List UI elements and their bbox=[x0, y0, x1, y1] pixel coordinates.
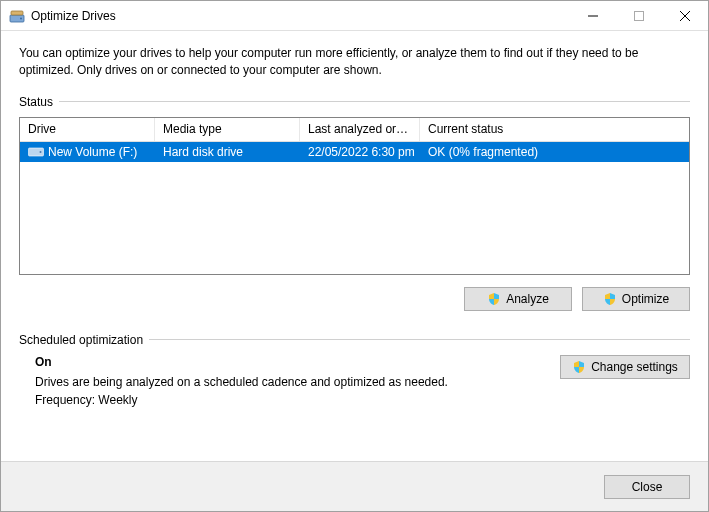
table-row[interactable]: New Volume (F:) Hard disk drive 22/05/20… bbox=[20, 142, 689, 162]
table-body: New Volume (F:) Hard disk drive 22/05/20… bbox=[20, 142, 689, 274]
cell-drive-text: New Volume (F:) bbox=[48, 145, 137, 159]
svg-point-2 bbox=[20, 17, 22, 19]
action-buttons: Analyze Optimize bbox=[19, 287, 690, 311]
maximize-button bbox=[616, 1, 662, 30]
shield-icon bbox=[603, 292, 617, 306]
content-area: You can optimize your drives to help you… bbox=[1, 31, 708, 461]
close-label: Close bbox=[632, 480, 663, 494]
cell-status: OK (0% fragmented) bbox=[420, 143, 689, 161]
col-header-drive[interactable]: Drive bbox=[20, 118, 155, 141]
divider bbox=[59, 101, 690, 102]
minimize-button[interactable] bbox=[570, 1, 616, 30]
col-header-status[interactable]: Current status bbox=[420, 118, 689, 141]
col-header-last[interactable]: Last analyzed or o... bbox=[300, 118, 420, 141]
divider bbox=[149, 339, 690, 340]
change-settings-label: Change settings bbox=[591, 360, 678, 374]
cell-media: Hard disk drive bbox=[155, 143, 300, 161]
app-icon bbox=[9, 8, 25, 24]
cell-last: 22/05/2022 6:30 pm bbox=[300, 143, 420, 161]
status-section-label: Status bbox=[19, 95, 690, 109]
titlebar: Optimize Drives bbox=[1, 1, 708, 31]
schedule-state: On bbox=[35, 355, 560, 369]
intro-text: You can optimize your drives to help you… bbox=[19, 45, 690, 79]
svg-rect-1 bbox=[11, 11, 23, 15]
close-dialog-button[interactable]: Close bbox=[604, 475, 690, 499]
footer: Close bbox=[1, 461, 708, 511]
drives-table: Drive Media type Last analyzed or o... C… bbox=[19, 117, 690, 275]
shield-icon bbox=[487, 292, 501, 306]
schedule-label-text: Scheduled optimization bbox=[19, 333, 143, 347]
optimize-drives-window: Optimize Drives You can optimize your dr… bbox=[0, 0, 709, 512]
window-controls bbox=[570, 1, 708, 30]
col-header-media[interactable]: Media type bbox=[155, 118, 300, 141]
svg-rect-4 bbox=[635, 11, 644, 20]
change-settings-button[interactable]: Change settings bbox=[560, 355, 690, 379]
shield-icon bbox=[572, 360, 586, 374]
close-button[interactable] bbox=[662, 1, 708, 30]
schedule-block: On Drives are being analyzed on a schedu… bbox=[19, 355, 690, 407]
table-header: Drive Media type Last analyzed or o... C… bbox=[20, 118, 689, 142]
optimize-label: Optimize bbox=[622, 292, 669, 306]
drive-icon bbox=[28, 146, 44, 158]
analyze-button[interactable]: Analyze bbox=[464, 287, 572, 311]
svg-point-8 bbox=[40, 151, 42, 153]
schedule-frequency: Frequency: Weekly bbox=[35, 393, 560, 407]
analyze-label: Analyze bbox=[506, 292, 549, 306]
schedule-section-label: Scheduled optimization bbox=[19, 333, 690, 347]
schedule-text: On Drives are being analyzed on a schedu… bbox=[19, 355, 560, 407]
status-label-text: Status bbox=[19, 95, 53, 109]
cell-drive: New Volume (F:) bbox=[20, 143, 155, 161]
window-title: Optimize Drives bbox=[31, 9, 570, 23]
schedule-desc: Drives are being analyzed on a scheduled… bbox=[35, 375, 560, 389]
optimize-button[interactable]: Optimize bbox=[582, 287, 690, 311]
